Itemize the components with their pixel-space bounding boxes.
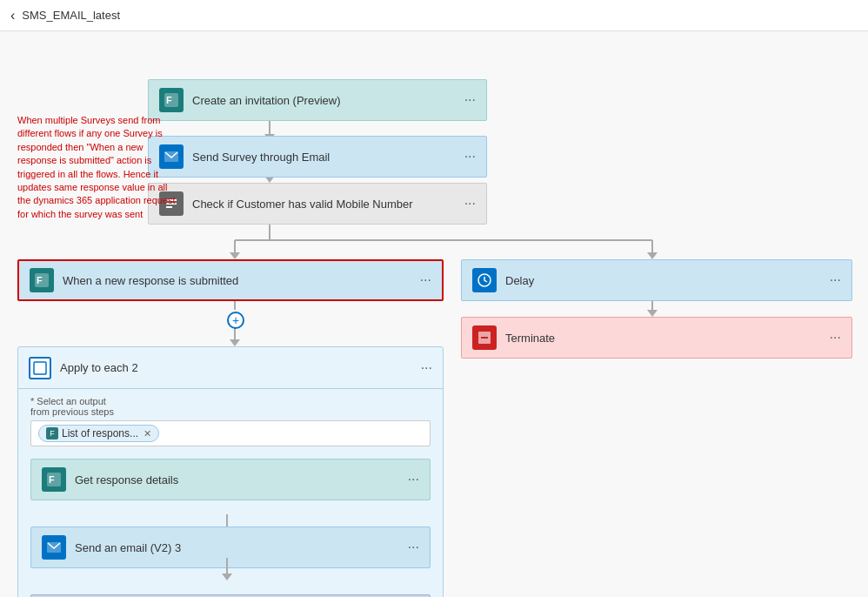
annotation-text: When multiple Surveys send from differen… bbox=[17, 114, 183, 221]
select-output-label: * Select an outputfrom previous steps bbox=[30, 396, 431, 417]
top-bar: ‹ SMS_EMAIL_latest bbox=[0, 0, 868, 31]
select-output-input[interactable]: F List of respons... ✕ bbox=[30, 420, 431, 446]
node-check-mobile[interactable]: Check if Customer has valid Mobile Numbe… bbox=[148, 183, 487, 225]
output-tag-icon: F bbox=[46, 427, 58, 439]
node-send-survey[interactable]: Send Survey through Email ··· bbox=[148, 136, 487, 178]
terminate-label: Terminate bbox=[505, 332, 823, 345]
svg-text:F: F bbox=[49, 474, 55, 485]
when-response-label: When a new response is submitted bbox=[63, 274, 413, 287]
output-tag-text: List of respons... bbox=[62, 427, 138, 439]
create-invitation-menu[interactable]: ··· bbox=[464, 92, 476, 108]
create-invitation-label: Create an invitation (Preview) bbox=[192, 94, 457, 107]
send-email-menu[interactable]: ··· bbox=[408, 540, 419, 555]
send-survey-label: Send Survey through Email bbox=[192, 151, 457, 164]
page-title: SMS_EMAIL_latest bbox=[22, 9, 120, 22]
svg-marker-9 bbox=[647, 252, 658, 259]
node-create-invitation[interactable]: F Create an invitation (Preview) ··· bbox=[148, 79, 487, 121]
add-step-button[interactable]: + bbox=[227, 312, 244, 329]
svg-text:F: F bbox=[37, 275, 43, 285]
select-output-section: * Select an outputfrom previous steps F … bbox=[18, 389, 443, 453]
node-terminate[interactable]: Terminate ··· bbox=[461, 317, 852, 359]
terminate-menu[interactable]: ··· bbox=[830, 330, 841, 345]
output-tag[interactable]: F List of respons... ✕ bbox=[38, 425, 159, 442]
send-email-icon bbox=[42, 535, 66, 560]
node-get-response[interactable]: F Get response details ··· bbox=[30, 459, 431, 500]
check-mobile-label: Check if Customer has valid Mobile Numbe… bbox=[192, 198, 457, 211]
terminate-icon bbox=[472, 325, 497, 350]
delay-menu[interactable]: ··· bbox=[830, 272, 841, 288]
inner-arrow-2 bbox=[218, 558, 236, 584]
loop-icon bbox=[29, 357, 51, 379]
output-tag-remove[interactable]: ✕ bbox=[144, 428, 151, 439]
node-delay[interactable]: Delay ··· bbox=[461, 259, 852, 301]
svg-marker-39 bbox=[222, 574, 232, 580]
when-response-icon: F bbox=[30, 268, 54, 292]
delay-label: Delay bbox=[505, 274, 823, 287]
svg-marker-7 bbox=[230, 252, 240, 259]
get-response-menu[interactable]: ··· bbox=[408, 472, 419, 487]
get-response-label: Get response details bbox=[75, 473, 401, 486]
back-button[interactable]: ‹ bbox=[10, 8, 15, 23]
loop-header[interactable]: Apply to each 2 ··· bbox=[18, 347, 443, 389]
get-response-icon: F bbox=[42, 467, 66, 492]
check-mobile-menu[interactable]: ··· bbox=[464, 196, 476, 211]
loop-menu[interactable]: ··· bbox=[421, 360, 432, 376]
delay-icon bbox=[472, 268, 497, 292]
create-invitation-icon: F bbox=[159, 88, 184, 112]
flow-canvas: F Create an invitation (Preview) ··· Sen… bbox=[0, 31, 868, 597]
loop-label: Apply to each 2 bbox=[60, 361, 414, 374]
when-response-menu[interactable]: ··· bbox=[420, 272, 431, 288]
svg-text:F: F bbox=[166, 95, 172, 105]
svg-marker-14 bbox=[230, 339, 240, 346]
send-email-label: Send an email (V2) 3 bbox=[75, 541, 401, 554]
svg-marker-11 bbox=[647, 310, 658, 317]
send-survey-menu[interactable]: ··· bbox=[464, 149, 476, 164]
node-when-response[interactable]: F When a new response is submitted ··· bbox=[17, 259, 444, 301]
loop-container: Apply to each 2 ··· * Select an outputfr… bbox=[17, 346, 444, 597]
svg-rect-32 bbox=[34, 362, 46, 374]
